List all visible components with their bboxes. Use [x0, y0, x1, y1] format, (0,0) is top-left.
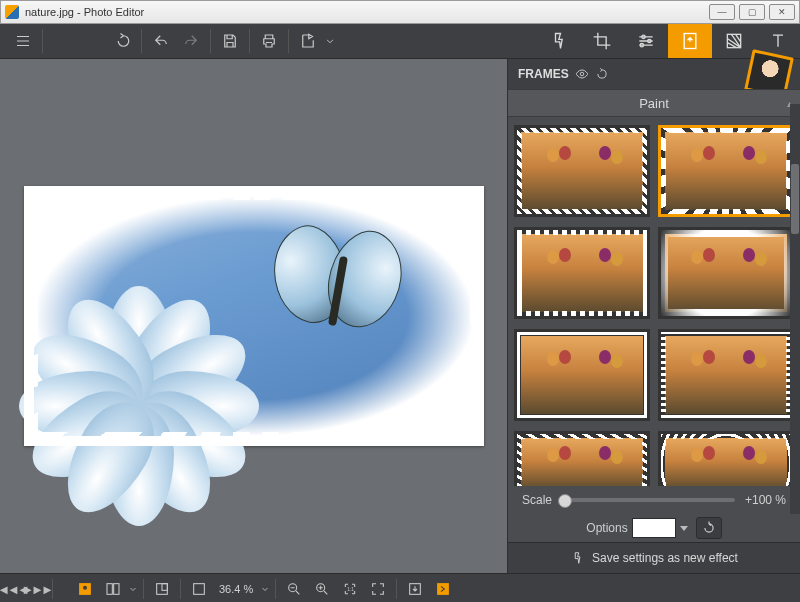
category-header[interactable]: Paint ▴ — [508, 89, 800, 117]
canvas-area[interactable] — [0, 59, 507, 573]
tab-crop[interactable] — [580, 24, 624, 58]
frame-thumb[interactable] — [514, 431, 650, 486]
app-logo-icon — [5, 5, 19, 19]
category-title: Paint — [639, 96, 669, 111]
svg-rect-17 — [438, 584, 449, 595]
split-dropdown[interactable] — [127, 576, 139, 602]
print-button[interactable] — [254, 26, 284, 56]
save-effect-label: Save settings as new effect — [592, 551, 738, 565]
svg-rect-9 — [114, 584, 119, 595]
zoom-in-button[interactable] — [308, 576, 336, 602]
frame-thumb[interactable] — [658, 125, 794, 217]
svg-point-5 — [580, 72, 584, 76]
prev-image-button[interactable]: ◄◄◄ — [2, 579, 22, 599]
panel-scrollbar[interactable] — [790, 104, 800, 514]
tab-effects[interactable] — [536, 24, 580, 58]
color-dropdown-icon[interactable] — [680, 526, 688, 531]
svg-rect-12 — [194, 584, 205, 595]
export-dropdown[interactable] — [323, 26, 337, 56]
navigator-button[interactable] — [148, 576, 176, 602]
menu-button[interactable] — [8, 26, 38, 56]
image-canvas — [24, 186, 484, 446]
split-view-button[interactable] — [99, 576, 127, 602]
frame-thumb[interactable] — [514, 329, 650, 421]
maximize-button[interactable]: ▢ — [739, 4, 765, 20]
scale-label: Scale — [522, 493, 552, 507]
options-label: Options — [586, 521, 627, 535]
tab-frames[interactable] — [668, 24, 712, 58]
zoom-value: 36.4 % — [219, 583, 253, 595]
window-title: nature.jpg - Photo Editor — [25, 6, 144, 18]
save-button[interactable] — [215, 26, 245, 56]
reset-panel-icon[interactable] — [595, 67, 609, 81]
svg-text:1:1: 1:1 — [348, 587, 355, 592]
frame-grid — [508, 117, 800, 486]
visibility-icon[interactable] — [575, 67, 589, 81]
fullscreen-button[interactable] — [364, 576, 392, 602]
close-button[interactable]: ✕ — [769, 4, 795, 20]
scale-value: +100 % — [745, 493, 786, 507]
redo-button[interactable] — [176, 26, 206, 56]
frames-panel: FRAMES Paint ▴ — [507, 59, 800, 573]
undo-button[interactable] — [146, 26, 176, 56]
zoom-out-button[interactable] — [280, 576, 308, 602]
svg-rect-11 — [162, 584, 167, 591]
svg-point-7 — [83, 586, 87, 590]
svg-rect-8 — [107, 584, 112, 595]
save-effect-button[interactable]: Save settings as new effect — [508, 542, 800, 573]
color-swatch[interactable] — [632, 518, 676, 538]
minimize-button[interactable]: — — [709, 4, 735, 20]
single-view-button[interactable] — [71, 576, 99, 602]
import-button[interactable] — [401, 576, 429, 602]
export-button[interactable] — [293, 26, 323, 56]
panel-title: FRAMES — [518, 67, 569, 81]
actual-size-button[interactable]: 1:1 — [336, 576, 364, 602]
reset-button[interactable] — [696, 517, 722, 539]
frame-thumb[interactable] — [514, 227, 650, 319]
apply-button[interactable] — [429, 576, 457, 602]
fit-screen-button[interactable] — [185, 576, 213, 602]
tab-adjust[interactable] — [624, 24, 668, 58]
options-row: Options — [508, 514, 800, 542]
frame-thumb[interactable] — [658, 227, 794, 319]
top-toolbar — [0, 24, 800, 59]
frame-thumb[interactable] — [658, 329, 794, 421]
frame-thumb[interactable] — [658, 431, 794, 486]
bottom-toolbar: ◄◄◄ ►►► 36.4 % 1:1 — [0, 573, 800, 602]
next-image-button[interactable]: ►►► — [26, 579, 46, 599]
scale-slider[interactable] — [562, 498, 735, 502]
panel-header: FRAMES — [508, 59, 800, 89]
flask-icon — [570, 551, 584, 565]
frame-thumb[interactable] — [514, 125, 650, 217]
zoom-dropdown[interactable] — [259, 576, 271, 602]
tab-textures[interactable] — [712, 24, 756, 58]
window-titlebar: nature.jpg - Photo Editor — ▢ ✕ — [0, 0, 800, 24]
scale-row: Scale +100 % — [508, 486, 800, 514]
undo-all-button[interactable] — [107, 26, 137, 56]
